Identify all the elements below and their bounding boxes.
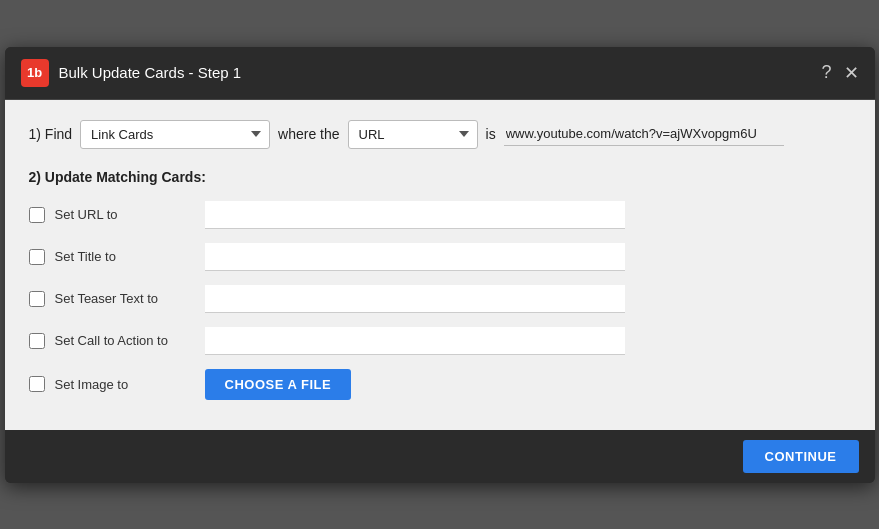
- find-label: 1) Find: [29, 126, 73, 142]
- set-cta-row: Set Call to Action to: [29, 327, 851, 355]
- dialog-footer: CONTINUE: [5, 430, 875, 483]
- url-filter-input[interactable]: [504, 122, 784, 146]
- set-cta-label: Set Call to Action to: [55, 333, 205, 348]
- set-url-checkbox[interactable]: [29, 207, 45, 223]
- title-bar-actions: ? ✕: [821, 62, 858, 84]
- dialog-bulk-update: 1b Bulk Update Cards - Step 1 ? ✕ 1) Fin…: [5, 47, 875, 483]
- set-url-input[interactable]: [205, 201, 625, 229]
- set-teaser-checkbox[interactable]: [29, 291, 45, 307]
- app-logo: 1b: [21, 59, 49, 87]
- find-row: 1) Find Link Cards Image Cards Text Card…: [29, 120, 851, 149]
- set-url-row: Set URL to: [29, 201, 851, 229]
- dialog-body: 1) Find Link Cards Image Cards Text Card…: [5, 100, 875, 430]
- set-title-input[interactable]: [205, 243, 625, 271]
- is-label: is: [486, 126, 496, 142]
- filter-select[interactable]: URL Title Teaser Text: [348, 120, 478, 149]
- set-title-label: Set Title to: [55, 249, 205, 264]
- card-type-select[interactable]: Link Cards Image Cards Text Cards: [80, 120, 270, 149]
- set-cta-input[interactable]: [205, 327, 625, 355]
- set-title-checkbox[interactable]: [29, 249, 45, 265]
- set-teaser-row: Set Teaser Text to: [29, 285, 851, 313]
- set-teaser-input[interactable]: [205, 285, 625, 313]
- set-title-row: Set Title to: [29, 243, 851, 271]
- title-bar: 1b Bulk Update Cards - Step 1 ? ✕: [5, 47, 875, 100]
- set-image-row: Set Image to CHOOSE A FILE: [29, 369, 851, 400]
- help-icon[interactable]: ?: [821, 62, 831, 83]
- close-icon[interactable]: ✕: [844, 62, 859, 84]
- dialog-title: Bulk Update Cards - Step 1: [59, 64, 822, 81]
- set-cta-checkbox[interactable]: [29, 333, 45, 349]
- set-url-label: Set URL to: [55, 207, 205, 222]
- set-image-checkbox[interactable]: [29, 376, 45, 392]
- where-label: where the: [278, 126, 339, 142]
- set-teaser-label: Set Teaser Text to: [55, 291, 205, 306]
- set-image-label: Set Image to: [55, 377, 205, 392]
- section2-title: 2) Update Matching Cards:: [29, 169, 851, 185]
- continue-button[interactable]: CONTINUE: [743, 440, 859, 473]
- choose-file-button[interactable]: CHOOSE A FILE: [205, 369, 352, 400]
